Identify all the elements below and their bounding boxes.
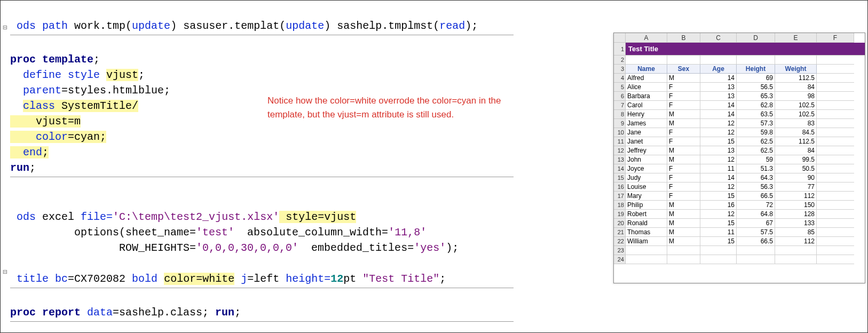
cell-sex[interactable]: F (667, 137, 700, 146)
cell-name[interactable]: Carol (626, 101, 667, 110)
cell-sex[interactable]: F (667, 192, 700, 201)
cell-age[interactable]: 15 (700, 237, 737, 246)
cell-age[interactable]: 14 (700, 101, 737, 110)
cell-sex[interactable]: M (667, 228, 700, 237)
cell-name[interactable]: Jeffrey (626, 146, 667, 155)
cell-sex[interactable]: M (667, 201, 700, 210)
cell-age[interactable]: 15 (700, 192, 737, 201)
cell-weight[interactable]: 84 (775, 83, 817, 92)
cell-name[interactable]: Philip (626, 201, 667, 210)
cell-height[interactable]: 62.5 (737, 146, 775, 155)
cell-age[interactable]: 12 (700, 155, 737, 164)
cell-weight[interactable]: 112.5 (775, 74, 817, 83)
cell-weight[interactable]: 84.5 (775, 128, 817, 137)
cell-height[interactable]: 66.5 (737, 237, 775, 246)
cell-name[interactable]: Janet (626, 137, 667, 146)
cell-age[interactable]: 12 (700, 183, 737, 192)
cell-weight[interactable]: 112 (775, 237, 817, 246)
cell-weight[interactable]: 77 (775, 183, 817, 192)
cell-name[interactable]: Robert (626, 210, 667, 219)
cell-age[interactable]: 15 (700, 219, 737, 228)
code-editor[interactable]: ods path work.tmp(update) sasuser.templa… (1, 1, 534, 332)
cell-sex[interactable]: F (667, 183, 700, 192)
row-number[interactable]: 5 (614, 83, 626, 92)
cell-height[interactable]: 56.3 (737, 183, 775, 192)
cell-weight[interactable]: 99.5 (775, 155, 817, 164)
cell-weight[interactable]: 112.5 (775, 137, 817, 146)
row-number[interactable]: 3 (614, 65, 626, 74)
row-number[interactable]: 14 (614, 164, 626, 173)
row-number[interactable]: 8 (614, 110, 626, 119)
cell-height[interactable]: 56.5 (737, 83, 775, 92)
cell-height[interactable]: 64.3 (737, 173, 775, 183)
cell-age[interactable]: 13 (700, 92, 737, 101)
cell-height[interactable]: 62.8 (737, 101, 775, 110)
cell-weight[interactable]: 84 (775, 146, 817, 155)
cell-age[interactable]: 14 (700, 173, 737, 183)
cell-height[interactable]: 66.5 (737, 192, 775, 201)
row-number[interactable]: 10 (614, 128, 626, 137)
cell-name[interactable]: Louise (626, 183, 667, 192)
fold-icon[interactable]: ⊟ (3, 24, 7, 31)
cell-age[interactable]: 12 (700, 128, 737, 137)
cell-height[interactable]: 62.5 (737, 137, 775, 146)
cell-sex[interactable]: M (667, 237, 700, 246)
cell-weight[interactable]: 133 (775, 219, 817, 228)
cell-name[interactable]: Judy (626, 173, 667, 183)
cell-weight[interactable]: 112 (775, 192, 817, 201)
cell-height[interactable]: 59 (737, 155, 775, 164)
cell-name[interactable]: Jane (626, 128, 667, 137)
cell-sex[interactable]: M (667, 119, 700, 128)
cell-height[interactable]: 69 (737, 74, 775, 83)
col-header[interactable]: A (626, 33, 667, 43)
col-header[interactable]: E (775, 33, 817, 43)
col-header[interactable]: F (817, 33, 854, 43)
cell-weight[interactable]: 50.5 (775, 164, 817, 173)
cell-name[interactable]: Mary (626, 192, 667, 201)
cell-weight[interactable]: 102.5 (775, 110, 817, 119)
row-number[interactable]: 15 (614, 173, 626, 183)
table-header[interactable]: Weight (775, 65, 817, 74)
cell-age[interactable]: 15 (700, 137, 737, 146)
cell-sex[interactable]: F (667, 128, 700, 137)
row-number[interactable]: 6 (614, 92, 626, 101)
cell-name[interactable]: Alice (626, 83, 667, 92)
cell-sex[interactable]: M (667, 210, 700, 219)
select-all-corner[interactable] (614, 33, 626, 43)
cell-height[interactable]: 64.8 (737, 210, 775, 219)
table-header[interactable]: Name (626, 65, 667, 74)
cell-name[interactable]: Henry (626, 110, 667, 119)
row-number[interactable]: 7 (614, 101, 626, 110)
cell-weight[interactable]: 83 (775, 119, 817, 128)
row-number[interactable]: 19 (614, 210, 626, 219)
row-number[interactable]: 11 (614, 137, 626, 146)
cell-sex[interactable]: M (667, 74, 700, 83)
cell-sex[interactable]: M (667, 110, 700, 119)
cell-height[interactable]: 57.3 (737, 119, 775, 128)
cell-age[interactable]: 11 (700, 228, 737, 237)
cell-age[interactable]: 14 (700, 74, 737, 83)
row-number[interactable]: 21 (614, 228, 626, 237)
cell-name[interactable]: Alfred (626, 74, 667, 83)
cell-weight[interactable]: 128 (775, 210, 817, 219)
cell-weight[interactable]: 98 (775, 92, 817, 101)
row-number[interactable]: 20 (614, 219, 626, 228)
cell-age[interactable]: 16 (700, 201, 737, 210)
cell-name[interactable]: John (626, 155, 667, 164)
row-number[interactable]: 1 (614, 43, 626, 56)
cell-sex[interactable]: F (667, 92, 700, 101)
fold-icon[interactable]: ⊟ (3, 268, 7, 276)
cell-weight[interactable]: 90 (775, 173, 817, 183)
row-number[interactable]: 12 (614, 146, 626, 155)
cell-sex[interactable]: F (667, 101, 700, 110)
cell-age[interactable]: 13 (700, 83, 737, 92)
col-header[interactable]: D (737, 33, 775, 43)
cell-sex[interactable]: F (667, 164, 700, 173)
cell-name[interactable]: Barbara (626, 92, 667, 101)
table-header[interactable]: Age (700, 65, 737, 74)
cell-name[interactable]: Ronald (626, 219, 667, 228)
cell-sex[interactable]: M (667, 219, 700, 228)
cell-sex[interactable]: M (667, 146, 700, 155)
row-number[interactable]: 4 (614, 74, 626, 83)
table-header[interactable]: Sex (667, 65, 700, 74)
